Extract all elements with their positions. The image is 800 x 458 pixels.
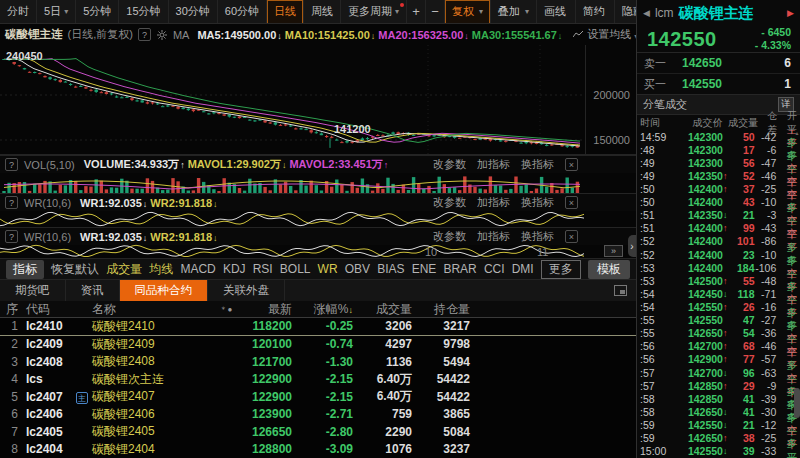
open-interest-cell: 54422 <box>412 372 470 386</box>
expand-icon[interactable]: » <box>604 245 623 257</box>
scroll-up-icon[interactable] <box>794 130 800 137</box>
tool-button[interactable]: 隐藏» <box>615 0 636 24</box>
panel-action-link[interactable]: 加指标 <box>477 157 510 172</box>
period-button[interactable]: 30分钟 <box>169 0 218 24</box>
panel-action-link[interactable]: 换指标 <box>521 229 554 244</box>
ma-settings-button[interactable]: 设置均线 <box>573 27 636 42</box>
col-open-interest[interactable]: 持仓量 <box>412 301 470 318</box>
volume-cell: 2290 <box>353 425 412 439</box>
period-button[interactable]: 60分钟 <box>218 0 267 24</box>
candlestick-chart-panel[interactable]: 240450 141200 200000 150000 <box>0 45 636 155</box>
indicator-tab[interactable]: RSI <box>253 262 273 276</box>
tick-direction-icon: ↑ <box>723 302 731 312</box>
gear-icon[interactable] <box>156 29 168 41</box>
close-icon[interactable]: × <box>565 230 578 243</box>
tick-time: :57 <box>640 380 670 392</box>
period-button[interactable]: 周线 <box>304 0 341 24</box>
period-button[interactable]: 15分钟 <box>119 0 168 24</box>
contract-row[interactable]: 7 lc2405 碳酸锂2405 126650 -2.80 2290 5084 <box>0 423 636 441</box>
contract-row[interactable]: 8 lc2404 碳酸锂2404 128800 -3.09 1076 3237 <box>0 441 636 458</box>
quote-panel: lcm 碳酸锂主连 142550 - 6450 - 4.33% 卖一 14265… <box>636 0 800 458</box>
tool-button[interactable]: 复权 <box>445 0 491 24</box>
col-last[interactable]: 最新 <box>236 301 292 318</box>
help-icon[interactable]: ? <box>5 230 18 243</box>
zoom-in-button[interactable]: + <box>407 0 426 24</box>
period-button[interactable]: 分时 <box>0 0 37 24</box>
direction-arrow-icon: ↓ <box>277 31 282 41</box>
period-button[interactable]: 更多周期 <box>341 0 407 24</box>
indicator-tab[interactable]: CCI <box>484 262 505 276</box>
indicator-tab[interactable]: WR <box>318 262 338 276</box>
indicator-tab[interactable]: OBV <box>345 262 370 276</box>
col-index[interactable]: 序 <box>0 301 24 318</box>
change-percent: - 4.33% <box>755 39 791 52</box>
dock-window-icon[interactable] <box>614 285 627 296</box>
scrollbar-thumb[interactable] <box>794 388 800 418</box>
tick-position-change: -36 <box>755 327 777 339</box>
col-name[interactable]: 名称 <box>92 301 216 318</box>
readout-label: MAVOL1:29.902万 <box>188 158 281 170</box>
panel-action-link[interactable]: 改参数 <box>433 157 466 172</box>
panel-action-link[interactable]: 加指标 <box>477 229 510 244</box>
help-icon[interactable]: ? <box>138 28 151 41</box>
prev-symbol-icon[interactable] <box>643 8 650 18</box>
tick-direction-icon: ↑ <box>723 184 731 194</box>
col-change-pct[interactable]: 涨幅%↓ <box>292 301 353 318</box>
panel-actions: 改参数加指标换指标 × <box>433 229 578 244</box>
contract-row[interactable]: 6 lc2406 碳酸锂2406 123900 -2.71 759 3865 <box>0 406 636 424</box>
close-icon[interactable]: × <box>565 196 578 209</box>
tick-volume: 43 <box>731 196 755 208</box>
help-icon[interactable]: ? <box>5 158 18 171</box>
indicator-tab[interactable]: 指标 <box>6 260 44 279</box>
change-pct-cell: -2.15 <box>292 390 353 404</box>
indicator-name: WR(10,6) <box>24 231 71 243</box>
ask-row: 卖一 142650 6 <box>637 53 800 74</box>
indicator-tab[interactable]: 模板 <box>588 260 630 279</box>
next-symbol-icon[interactable] <box>787 8 794 18</box>
close-icon[interactable]: × <box>565 158 578 171</box>
col-marks: ＊● <box>216 304 236 315</box>
panel-action-link[interactable]: 换指标 <box>521 157 554 172</box>
tick-time: :58 <box>640 393 670 405</box>
col-volume[interactable]: 成交量 <box>353 301 412 318</box>
indicator-tab[interactable]: BOLL <box>280 262 311 276</box>
bottom-tab[interactable]: 资讯 <box>66 280 120 301</box>
period-button[interactable]: 日线 <box>267 0 304 24</box>
tool-button[interactable]: 叠加 <box>491 0 537 24</box>
indicator-tab[interactable]: 均线 <box>149 261 173 278</box>
contract-row[interactable]: 1 lc2410 碳酸锂2410 118200 -0.25 3206 3217 <box>0 318 636 336</box>
tick-position-change: -25 <box>755 432 777 444</box>
zoom-out-button[interactable]: − <box>426 0 445 24</box>
indicator-tab[interactable]: MACD <box>180 262 215 276</box>
indicator-tab[interactable]: BRAR <box>443 262 476 276</box>
tool-button[interactable]: 画线 <box>537 0 576 24</box>
indicator-tab[interactable]: ENE <box>412 262 437 276</box>
period-button[interactable]: 5分钟 <box>76 0 119 24</box>
help-icon[interactable]: ? <box>5 196 18 209</box>
tool-button[interactable]: 简约 <box>576 0 615 24</box>
volume-cell: 6.40万 <box>353 388 412 405</box>
panel-action-link[interactable]: 加指标 <box>477 195 510 210</box>
indicator-tab[interactable]: DMI <box>512 262 534 276</box>
bottom-tab[interactable]: 同品种合约 <box>120 280 209 301</box>
indicator-tab[interactable]: 成交量 <box>106 261 142 278</box>
col-code[interactable]: 代码 <box>24 301 76 318</box>
bottom-tab[interactable]: 期货吧 <box>0 280 66 301</box>
collapse-panel-handle[interactable] <box>628 235 636 257</box>
chart-period-subtitle: (日线,前复权) <box>68 27 133 42</box>
bottom-tab[interactable]: 关联外盘 <box>208 280 285 301</box>
indicator-tab[interactable]: KDJ <box>223 262 246 276</box>
indicator-tab[interactable]: 恢复默认 <box>51 261 99 278</box>
panel-action-link[interactable]: 改参数 <box>433 195 466 210</box>
contract-row[interactable]: 2 lc2409 碳酸锂2409 120100 -0.74 4297 9798 <box>0 336 636 354</box>
contract-row[interactable]: 5 lc2407 主 碳酸锂2407 122900 -2.15 6.40万 54… <box>0 388 636 406</box>
tick-scrollbar[interactable] <box>794 130 800 458</box>
panel-action-link[interactable]: 改参数 <box>433 229 466 244</box>
period-button[interactable]: 5日 <box>37 0 76 24</box>
contract-row[interactable]: 3 lc2408 碳酸锂2408 121700 -1.30 1136 5494 <box>0 353 636 371</box>
indicator-tab[interactable]: 更多 <box>541 260 581 279</box>
indicator-tab[interactable]: BIAS <box>377 262 404 276</box>
indicator-readout: WR2:91.818↓ <box>150 197 217 209</box>
contract-row[interactable]: 4 lcs 碳酸锂次主连 122900 -2.15 6.40万 54422 <box>0 371 636 389</box>
panel-action-link[interactable]: 换指标 <box>521 195 554 210</box>
